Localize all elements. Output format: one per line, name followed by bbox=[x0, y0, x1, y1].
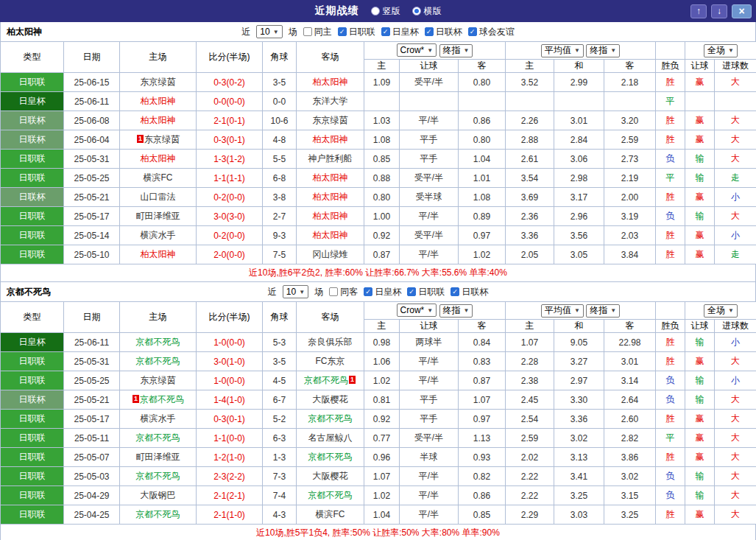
home-team-cell[interactable]: 京都不死鸟 bbox=[120, 429, 197, 448]
asia-stage-select[interactable]: 终指▼ bbox=[439, 304, 473, 318]
home-team-cell[interactable]: 山口雷法 bbox=[120, 188, 197, 207]
league-filter-checkbox[interactable]: ✓日职联 bbox=[407, 286, 445, 298]
scope-select[interactable]: 全场▼ bbox=[704, 44, 738, 57]
home-team-cell[interactable]: 东京绿茵 bbox=[120, 73, 197, 92]
score-cell[interactable]: 2-3(2-2) bbox=[197, 467, 263, 486]
date-cell: 25-04-29 bbox=[64, 486, 120, 505]
away-team-cell[interactable]: 柏太阳神 bbox=[297, 188, 364, 207]
away-team-cell[interactable]: 柏太阳神 bbox=[297, 226, 364, 245]
asia-company-select[interactable]: Crow*▼ bbox=[397, 43, 437, 57]
score-cell[interactable]: 0-3(0-2) bbox=[197, 73, 263, 92]
euro-stage-select[interactable]: 终指▼ bbox=[586, 44, 620, 57]
home-team-cell[interactable]: 京都不死鸟 bbox=[120, 333, 197, 352]
euro-company-select[interactable]: 平均值▼ bbox=[541, 44, 584, 57]
home-team-cell[interactable]: 大阪钢巴 bbox=[120, 486, 197, 505]
league-cell: 日职联 bbox=[1, 467, 64, 486]
home-team-cell[interactable]: 东京绿茵 bbox=[120, 371, 197, 390]
home-team-cell[interactable]: 柏太阳神 bbox=[120, 111, 197, 130]
move-up-button[interactable]: ↑ bbox=[690, 4, 707, 18]
score-cell[interactable]: 3-0(3-0) bbox=[197, 207, 263, 226]
score-cell[interactable]: 1-4(1-0) bbox=[197, 390, 263, 410]
away-team-cell[interactable]: 柏太阳神 bbox=[297, 207, 364, 226]
away-team-cell[interactable]: 柏太阳神 bbox=[297, 130, 364, 150]
asia-company-select[interactable]: Crow*▼ bbox=[397, 304, 437, 317]
home-team-cell[interactable]: 町田泽维亚 bbox=[120, 207, 197, 226]
away-team-cell[interactable]: 京都不死鸟 bbox=[297, 448, 364, 467]
away-team-cell[interactable]: 京都不死鸟1 bbox=[297, 371, 364, 390]
home-team-cell[interactable]: 横滨FC bbox=[120, 169, 197, 188]
layout-radio-horizontal[interactable]: 横版 bbox=[412, 5, 442, 18]
league-filter-checkbox[interactable]: ✓日联杯 bbox=[425, 26, 462, 38]
date-cell: 25-05-03 bbox=[64, 467, 120, 486]
result-cell: 平 bbox=[656, 169, 685, 188]
home-team-cell[interactable]: 柏太阳神 bbox=[120, 92, 197, 111]
euro-stage-value: 终指 bbox=[590, 44, 607, 57]
away-team-cell[interactable]: 奈良俱乐部 bbox=[297, 333, 364, 352]
layout-radio-vertical[interactable]: 竖版 bbox=[371, 5, 400, 18]
same-venue-checkbox[interactable]: 同客 bbox=[329, 286, 358, 298]
score-cell[interactable]: 1-1(1-1) bbox=[197, 169, 263, 188]
home-team-cell[interactable]: 1京都不死鸟 bbox=[120, 390, 197, 410]
home-team-cell[interactable]: 京都不死鸟 bbox=[120, 352, 197, 371]
score-cell[interactable]: 1-0(0-0) bbox=[197, 371, 263, 390]
league-filter-checkbox[interactable]: ✓日职联 bbox=[338, 26, 375, 38]
away-team-cell[interactable]: 柏太阳神 bbox=[297, 73, 364, 92]
league-filter-checkbox[interactable]: ✓日皇杯 bbox=[364, 286, 401, 298]
away-team-cell[interactable]: 东京绿茵 bbox=[297, 111, 364, 130]
league-filter-label: 日职联 bbox=[349, 26, 375, 38]
close-button[interactable]: × bbox=[732, 4, 752, 18]
home-team-cell[interactable]: 横滨水手 bbox=[120, 410, 197, 429]
league-filter-checkbox[interactable]: ✓球会友谊 bbox=[468, 26, 515, 38]
euro-stage-select[interactable]: 终指▼ bbox=[586, 304, 620, 318]
home-team-cell[interactable]: 京都不死鸟 bbox=[120, 467, 197, 486]
score-cell[interactable]: 3-0(1-0) bbox=[197, 352, 263, 371]
score-cell[interactable]: 1-1(0-0) bbox=[197, 429, 263, 448]
away-team-cell[interactable]: 大阪樱花 bbox=[297, 390, 364, 410]
sub-header-handicap-result: 让球 bbox=[685, 320, 715, 333]
asia-company-value: Crow* bbox=[400, 45, 425, 55]
score-cell[interactable]: 0-2(0-0) bbox=[197, 188, 263, 207]
score-cell[interactable]: 1-3(1-2) bbox=[197, 150, 263, 169]
handicap-result-cell: 输 bbox=[685, 371, 715, 390]
score-cell[interactable]: 0-2(0-0) bbox=[197, 226, 263, 245]
home-team-cell[interactable]: 柏太阳神 bbox=[120, 245, 197, 264]
home-team-cell[interactable]: 1东京绿茵 bbox=[120, 130, 197, 150]
red-card-badge: 1 bbox=[137, 135, 144, 143]
away-team-cell[interactable]: 柏太阳神 bbox=[297, 169, 364, 188]
recent-count-select[interactable]: 10▼ bbox=[256, 25, 282, 38]
scope-select[interactable]: 全场▼ bbox=[704, 304, 738, 318]
recent-count-select[interactable]: 10▼ bbox=[283, 285, 308, 298]
away-team-cell[interactable]: 横滨FC bbox=[297, 505, 364, 525]
score-cell[interactable]: 0-3(0-1) bbox=[197, 410, 263, 429]
score-cell[interactable]: 1-2(1-0) bbox=[197, 448, 263, 467]
away-team-cell[interactable]: 东洋大学 bbox=[297, 92, 364, 111]
away-team-cell[interactable]: 京都不死鸟 bbox=[297, 486, 364, 505]
home-team-cell[interactable]: 町田泽维亚 bbox=[120, 448, 197, 467]
score-cell[interactable]: 0-3(0-1) bbox=[197, 130, 263, 150]
home-team-cell[interactable]: 横滨水手 bbox=[120, 226, 197, 245]
away-team-cell[interactable]: 名古屋鲸八 bbox=[297, 429, 364, 448]
league-filter-checkbox[interactable]: ✓日皇杯 bbox=[381, 26, 419, 38]
away-team-cell[interactable]: 京都不死鸟 bbox=[297, 410, 364, 429]
col-header-type: 类型 bbox=[1, 42, 64, 73]
handicap-result-cell: 输 bbox=[685, 390, 715, 410]
away-team-cell[interactable]: 神户胜利船 bbox=[297, 150, 364, 169]
score-cell[interactable]: 2-1(1-0) bbox=[197, 505, 263, 525]
sub-header-asia-away: 客 bbox=[459, 60, 506, 73]
league-filter-checkbox[interactable]: ✓日联杯 bbox=[451, 286, 488, 298]
score-cell[interactable]: 2-1(2-1) bbox=[197, 486, 263, 505]
euro-company-select[interactable]: 平均值▼ bbox=[541, 304, 584, 318]
col-header-away: 客场 bbox=[297, 42, 364, 73]
away-team-cell[interactable]: FC东京 bbox=[297, 352, 364, 371]
home-team-cell[interactable]: 京都不死鸟 bbox=[120, 505, 197, 525]
away-team-cell[interactable]: 大阪樱花 bbox=[297, 467, 364, 486]
score-cell[interactable]: 2-0(0-0) bbox=[197, 245, 263, 264]
same-venue-checkbox[interactable]: 同主 bbox=[303, 26, 332, 38]
asia-stage-select[interactable]: 终指▼ bbox=[439, 44, 473, 57]
move-down-button[interactable]: ↓ bbox=[711, 4, 727, 18]
away-team-cell[interactable]: 冈山绿雉 bbox=[297, 245, 364, 264]
score-cell[interactable]: 2-1(0-1) bbox=[197, 111, 263, 130]
home-team-cell[interactable]: 柏太阳神 bbox=[120, 150, 197, 169]
score-cell[interactable]: 1-0(0-0) bbox=[197, 333, 263, 352]
score-cell[interactable]: 0-0(0-0) bbox=[197, 92, 263, 111]
